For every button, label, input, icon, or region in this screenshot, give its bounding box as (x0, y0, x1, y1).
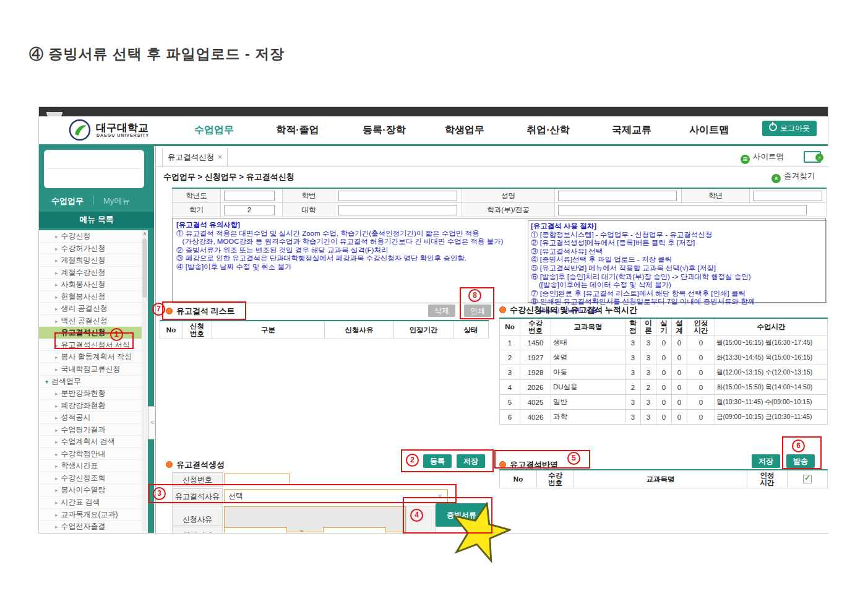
sidebar-item-grade-notice[interactable]: ▸성적공시 (39, 412, 142, 424)
sidebar-item-sugang[interactable]: ▸수강신청 (39, 230, 142, 243)
period-end-input[interactable] (323, 527, 386, 533)
sidebar-item-closed-courses[interactable]: ▸폐강강좌현황 (39, 400, 142, 412)
sidebar-item-vaccine-absence[interactable]: ▸백신 공결신청 (39, 315, 142, 327)
power-icon (769, 123, 777, 131)
name-input[interactable] (558, 191, 677, 201)
breadcrumb-row: 수업업무 > 신청업무 > 유고결석신청 ★즐겨찾기 (156, 166, 828, 185)
sidebar-item-menstrual-absence[interactable]: ▸생리 공결신청 (39, 303, 142, 315)
sidebar-item-service-plan[interactable]: ▸봉사 활동계획서 작성 (39, 351, 142, 363)
sidebar-item-sugang-lookup[interactable]: ▸수강신청조회 (39, 472, 142, 485)
sidebar-item-social-service[interactable]: ▸사회봉사신청 (39, 279, 142, 291)
sitemap-link[interactable]: ⊞사이트맵 (741, 152, 784, 164)
sidebar-menu: ▸수강신청 ▸수강허가신청 ▸계절희망신청 ▸계절수강신청 ▸사회봉사신청 ▸헌… (39, 230, 142, 533)
nav-registration[interactable]: 등록·장학 (353, 124, 415, 137)
arrow-icon: ▸ (55, 233, 58, 240)
enrollment-table: No 수강 번호 교과목명 학 점 이 론 실 기 설 계 인정 시간 수업시간… (499, 318, 828, 425)
sidebar-tab-divider (93, 196, 94, 205)
window-top-strip (39, 107, 828, 116)
create-section-title: 유고결석생성 (166, 459, 225, 470)
sidebar-item-timetable[interactable]: ▸학생시간표 (39, 460, 142, 472)
star-icon: ★ (771, 174, 781, 183)
arrow-icon: ▸ (55, 366, 58, 373)
major-input[interactable] (558, 205, 807, 215)
arrow-icon: ▸ (55, 306, 58, 312)
logout-button[interactable]: 로그아웃 (762, 121, 817, 136)
grade-input[interactable] (753, 191, 822, 201)
sidebar-item-credit-guide[interactable]: ▸수강학점안내 (39, 448, 142, 460)
bullet-icon (499, 306, 506, 313)
sidebar-item-syllabus-search[interactable]: ▸수업계획서 검색 (39, 436, 142, 448)
label-name: 성명 (462, 188, 555, 203)
sidebar-tab-mymenu[interactable]: My메뉴 (103, 196, 130, 207)
checked-checkbox-icon[interactable]: ✓ (803, 475, 812, 483)
semester-input[interactable]: 2 (224, 205, 275, 215)
arrow-icon: ▸ (55, 451, 58, 457)
table-row[interactable]: 64026과학33000금(09:00~10:15) 금(10:30~11:45… (500, 410, 828, 425)
sidebar-item-blood-service[interactable]: ▸헌혈봉사신청 (39, 291, 142, 303)
sidebar-item-sugang-permit[interactable]: ▸수강허가신청 (39, 243, 142, 255)
scroll-thumb[interactable] (142, 239, 147, 298)
label-student-no: 학번 (283, 188, 335, 203)
sidebar-tab-classwork[interactable]: 수업업무 (51, 196, 84, 207)
label-major: 학과(부)/전공 (462, 203, 555, 217)
nav-classwork[interactable]: 수업업무 (183, 124, 245, 137)
col-reason: 신청사유 (325, 321, 394, 339)
arrow-icon: ▸ (55, 257, 58, 264)
cell: 2 (221, 203, 283, 217)
arrow-icon: ▸ (55, 391, 58, 397)
tab-bar: 유고결석신청× ⊞사이트맵 × (156, 146, 828, 167)
arrow-icon: ▸ (55, 270, 58, 276)
nav-international[interactable]: 국제교류 (601, 124, 663, 137)
arrow-icon: ▸ (55, 427, 58, 433)
multi-window-icon[interactable]: × (804, 151, 821, 163)
col-status: 상태 (453, 321, 489, 339)
sidebar-item-season-sugang[interactable]: ▸계절수강신청 (39, 267, 142, 279)
table-row[interactable]: 31928아동33000월(12:00~13:15) 수(12:00~13:15… (500, 365, 828, 380)
student-no-input[interactable] (338, 191, 457, 201)
nav-student-affairs[interactable]: 학생업무 (434, 124, 496, 137)
nav-sitemap[interactable]: 사이트맵 (678, 124, 740, 137)
university-name-en: DAEGU UNIVERSITY (97, 133, 149, 137)
arrow-icon: ▸ (55, 512, 58, 518)
col-apply-no: 신청 번호 (183, 321, 212, 339)
year-input[interactable] (224, 191, 275, 201)
notice-box: [유고결석 유의사항] ① 유고결석 적용은 대면수업 및 실시간 Zoom 수… (172, 218, 826, 303)
main-content: 유고결석신청× ⊞사이트맵 × 수업업무 > 신청업무 > 유고결석신청 ★즐겨… (155, 146, 828, 533)
table-row[interactable]: 54025일반33000월(10:30~11:45) 수(09:00~10:15… (500, 395, 828, 410)
sidebar-item-clipped[interactable]: ▸수업전자출결 (39, 521, 142, 533)
annotation-circle-5: 5 (567, 452, 580, 465)
sidebar-item-timetable-search[interactable]: ▸시간표 검색 (39, 496, 142, 509)
annotation-circle-4: 4 (410, 509, 423, 522)
nav-career[interactable]: 취업·산학 (517, 124, 579, 137)
tab-yugo-absence[interactable]: 유고결석신청× (162, 148, 228, 166)
table-row[interactable]: 11450생태33000월(15:00~16:15) 월(16:30~17:45… (500, 335, 828, 350)
sidebar-group-search[interactable]: ▾검색업무 (39, 376, 142, 388)
bullet-icon (166, 461, 173, 468)
notice-right: [유고결석 사용 절차] ① [종합정보시스템] - 수업업무 - 신청업무 -… (528, 220, 827, 303)
cell (555, 203, 827, 217)
col-no: No (160, 321, 183, 339)
scroll-up-icon[interactable]: ∧ (142, 230, 148, 238)
sidebar-item-season-hope[interactable]: ▸계절희망신청 (39, 254, 142, 267)
sidebar-item-domestic-credit[interactable]: ▸국내학점교류신청 (39, 363, 142, 376)
enroll-section-title: 수강신청내역 및 유고결석 누적시간 (499, 304, 637, 316)
table-row[interactable]: 21927생명33000화(13:30~14:45) 목(15:00~16:15… (500, 350, 828, 365)
apply-save-button[interactable]: 저장 (752, 454, 780, 468)
close-icon[interactable]: × (218, 153, 222, 162)
sidebar-item-bunban[interactable]: ▸분반강좌현황 (39, 387, 142, 400)
nav-records[interactable]: 학적·졸업 (267, 124, 329, 137)
sidebar-item-course-outline[interactable]: ▸교과목개요(교과) (39, 509, 142, 521)
menu-scrollbar[interactable]: ∧ (142, 230, 148, 533)
arrow-icon: ▸ (55, 403, 58, 409)
delete-button[interactable]: 삭제 (428, 305, 455, 317)
table-row[interactable]: 42026DU실용22000화(15:00~15:50) 목(14:00~14:… (500, 380, 828, 395)
sidebar-item-service-record[interactable]: ▸봉사이수열람 (39, 484, 142, 496)
college-input[interactable] (338, 205, 457, 215)
annotation-circle-6: 6 (792, 439, 805, 452)
annotation-circle-3: 3 (153, 487, 166, 500)
chevron-down-icon: ▾ (45, 378, 48, 385)
label-college: 대학 (283, 203, 335, 217)
favorite-link[interactable]: ★즐겨찾기 (771, 171, 815, 183)
sidebar-item-eval-result[interactable]: ▸수업평가결과 (39, 424, 142, 436)
period-start-input[interactable] (224, 527, 287, 533)
